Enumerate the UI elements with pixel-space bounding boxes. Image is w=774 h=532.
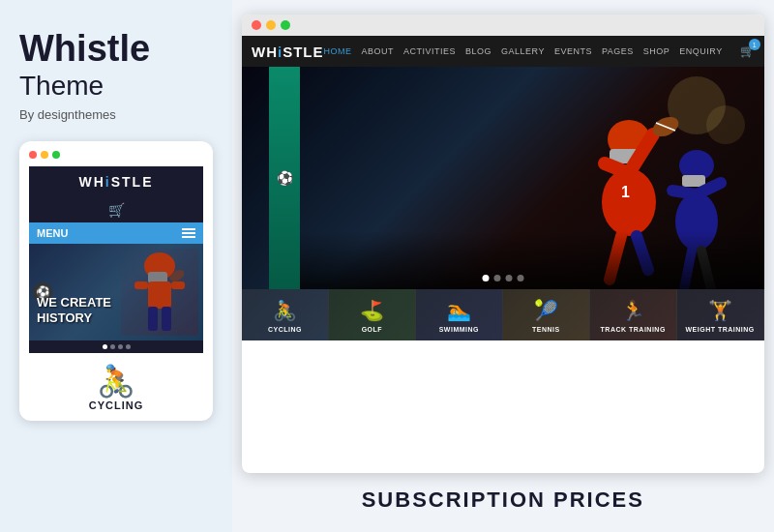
- desktop-logo: WHiSTLE: [252, 44, 324, 60]
- hero-dot-2[interactable]: [493, 275, 500, 281]
- mobile-cycling-section: 🚴 CYCLING: [29, 353, 203, 411]
- mobile-hero: ⚽ WE CREATE HISTORY: [29, 244, 203, 340]
- hamburger-line-1: [182, 228, 195, 230]
- desktop-nav-links: HOME ABOUT ACTIVITIES BLOG GALLERY EVENT…: [324, 44, 755, 58]
- hamburger-icon[interactable]: [182, 228, 195, 238]
- hamburger-line-3: [182, 236, 195, 238]
- minimize-dot: [41, 151, 48, 159]
- nav-shop[interactable]: SHOP: [643, 46, 670, 56]
- desktop-sidebar-strip: ⚽: [269, 67, 300, 289]
- nav-pages[interactable]: PAGES: [602, 46, 634, 56]
- theme-name: Whistle: [19, 29, 213, 70]
- mobile-player-silhouette: [121, 249, 198, 336]
- maximize-dot: [52, 151, 60, 159]
- sidebar-soccer-icon: ⚽: [277, 170, 293, 186]
- desktop-titlebar: [242, 15, 764, 36]
- svg-point-9: [706, 105, 745, 144]
- mobile-hero-nav: [29, 340, 203, 353]
- svg-rect-22: [682, 175, 705, 187]
- sport-item-golf[interactable]: ⛳ GOLF: [329, 289, 416, 340]
- mobile-menu-bar: MENU: [29, 222, 203, 244]
- nav-blog[interactable]: BLOG: [465, 46, 491, 56]
- hero-bottom-fade: [300, 231, 764, 289]
- nav-enquiry[interactable]: ENQUIRY: [679, 46, 722, 56]
- cart-icon[interactable]: 🛒: [108, 202, 125, 218]
- nav-dot-4[interactable]: [126, 344, 131, 349]
- hero-line-2: HISTORY: [37, 310, 111, 326]
- mobile-window-dots: [29, 151, 203, 159]
- mobile-hero-text: WE CREATE HISTORY: [37, 295, 111, 325]
- desktop-minimize-dot: [266, 20, 276, 30]
- mobile-preview: WHiSTLE 🛒 MENU ⚽ WE CREATE HISTORY: [19, 141, 213, 421]
- svg-rect-5: [148, 307, 158, 331]
- nav-dot-1[interactable]: [103, 344, 107, 349]
- theme-author: By designthemes: [19, 107, 213, 122]
- swimming-sport-label: SWIMMING: [439, 326, 479, 333]
- hero-dot-3[interactable]: [505, 275, 512, 281]
- nav-home[interactable]: HOME: [324, 46, 352, 56]
- nav-events[interactable]: EVENTS: [554, 46, 592, 56]
- hero-dot-4[interactable]: [517, 275, 523, 281]
- theme-title-block: Whistle Theme By designthemes: [19, 29, 213, 122]
- cycling-label: CYCLING: [29, 399, 203, 411]
- cycling-sport-label: CYCLING: [268, 326, 302, 333]
- swimming-sport-icon: 🏊: [447, 299, 471, 322]
- desktop-preview: WHiSTLE HOME ABOUT ACTIVITIES BLOG GALLE…: [242, 15, 764, 473]
- tennis-sport-label: TENNIS: [532, 326, 560, 333]
- svg-rect-2: [148, 281, 171, 309]
- right-panel: WHiSTLE HOME ABOUT ACTIVITIES BLOG GALLE…: [232, 0, 774, 532]
- logo-highlight: i: [278, 44, 283, 60]
- cart-badge: 1: [749, 39, 760, 50]
- sport-item-track[interactable]: 🏃 TRACK TRAINING: [590, 289, 677, 340]
- mobile-logo-highlight: i: [105, 174, 111, 190]
- weight-sport-label: WEIGHT TRAINING: [686, 326, 755, 333]
- nav-dot-3[interactable]: [118, 344, 123, 349]
- sports-bar: 🚴 CYCLING ⛳ GOLF 🏊 SWIMMING 🎾 TENNIS 🏃: [242, 289, 764, 340]
- tennis-sport-icon: 🎾: [534, 299, 558, 322]
- close-dot: [29, 151, 37, 159]
- subscription-title: SUBSCRIPTION PRICES: [242, 488, 764, 513]
- svg-rect-4: [171, 281, 185, 289]
- sport-item-weight[interactable]: 🏋 WEIGHT TRAINING: [677, 289, 764, 340]
- menu-label[interactable]: MENU: [37, 227, 68, 239]
- hero-line-1: WE CREATE: [37, 295, 111, 310]
- svg-line-15: [605, 163, 629, 173]
- sport-item-cycling[interactable]: 🚴 CYCLING: [242, 289, 329, 340]
- sport-item-swimming[interactable]: 🏊 SWIMMING: [416, 289, 503, 340]
- left-panel: Whistle Theme By designthemes WHiSTLE 🛒 …: [0, 0, 232, 532]
- hero-dot-1[interactable]: [482, 275, 489, 281]
- svg-line-24: [672, 191, 697, 194]
- mobile-logo: WHiSTLE: [29, 166, 203, 197]
- hamburger-line-2: [182, 232, 195, 234]
- track-sport-label: TRACK TRAINING: [601, 326, 666, 333]
- sport-item-tennis[interactable]: 🎾 TENNIS: [503, 289, 590, 340]
- cycling-icon: 🚴: [29, 363, 203, 399]
- svg-text:1: 1: [621, 184, 630, 200]
- desktop-cart-icon[interactable]: 🛒 1: [740, 44, 755, 58]
- desktop-navbar: WHiSTLE HOME ABOUT ACTIVITIES BLOG GALLE…: [242, 36, 764, 67]
- svg-rect-3: [134, 281, 148, 289]
- desktop-close-dot: [252, 20, 261, 30]
- track-sport-icon: 🏃: [621, 299, 645, 322]
- mobile-cart-area: 🛒: [29, 197, 203, 222]
- golf-sport-label: GOLF: [362, 326, 382, 333]
- nav-activities[interactable]: ACTIVITIES: [403, 46, 456, 56]
- theme-subtitle: Theme: [19, 70, 213, 103]
- weight-sport-icon: 🏋: [708, 299, 732, 322]
- hero-dots-nav: [482, 275, 523, 281]
- desktop-hero: ⚽ 1: [242, 67, 764, 289]
- nav-about[interactable]: ABOUT: [362, 46, 395, 56]
- golf-sport-icon: ⛳: [360, 299, 384, 322]
- subscription-section: SUBSCRIPTION PRICES: [242, 473, 764, 517]
- svg-rect-6: [162, 307, 171, 331]
- nav-gallery[interactable]: GALLERY: [501, 46, 545, 56]
- cycling-sport-icon: 🚴: [273, 299, 297, 322]
- nav-dot-2[interactable]: [110, 344, 115, 349]
- desktop-maximize-dot: [281, 20, 290, 30]
